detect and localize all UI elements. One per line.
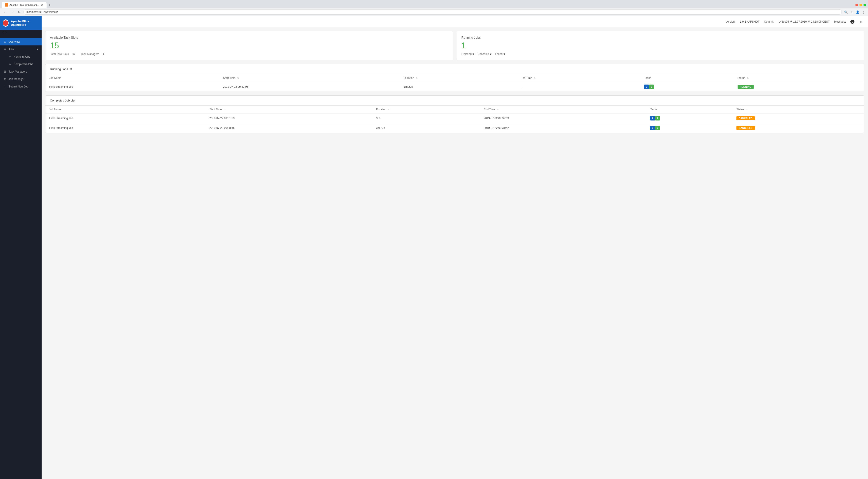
running-job-end-0: - xyxy=(517,82,641,92)
completed-task-badges-0: 2 2 xyxy=(650,116,729,120)
running-job-table-head: Job Name Start Time ⇅ Duration ⇅ xyxy=(45,74,864,82)
completed-job-duration-0: 35s xyxy=(373,114,480,123)
completed-col-status-label: Status xyxy=(737,108,744,111)
reload-button[interactable]: ↻ xyxy=(17,10,22,14)
sidebar: Apache Flink Dashboard ⊞ Overview ≡ Jobs… xyxy=(0,16,41,479)
new-tab-button[interactable]: + xyxy=(46,2,52,8)
sidebar-item-completed-jobs[interactable]: ○ Completed Jobs xyxy=(0,60,41,68)
completed-job-list-title: Completed Job List xyxy=(45,96,864,106)
completed-col-tasks-label: Tasks xyxy=(650,108,657,111)
browser-tab-active[interactable]: Apache Flink Web Dashb... ✕ xyxy=(2,2,46,8)
completed-end-sort-icon: ⇅ xyxy=(497,108,499,111)
completed-col-end-time-label: End Time xyxy=(484,108,495,111)
sidebar-nav: ⊞ Overview ≡ Jobs ▼ ○ Running Jobs ○ Com… xyxy=(0,36,41,479)
completed-col-duration[interactable]: Duration ⇅ xyxy=(373,106,480,114)
completed-start-sort-icon: ⇅ xyxy=(223,108,225,111)
toolbar-icons: 🔍 ☆ 👤 ⋮ xyxy=(844,10,866,14)
completed-job-row-0[interactable]: Flink Streaming Job 2019-07-22 09:31:33 … xyxy=(45,114,864,123)
canceled-label: Canceled xyxy=(477,53,489,56)
completed-col-tasks[interactable]: Tasks xyxy=(647,106,733,114)
account-icon[interactable]: 👤 xyxy=(855,10,860,14)
task-managers-icon: ⊞ xyxy=(3,70,7,73)
forward-button[interactable]: → xyxy=(9,10,15,14)
col-duration-label: Duration xyxy=(404,77,414,80)
version-value: 1.9-SNAPSHOT xyxy=(740,20,760,23)
completed-job-header-row: Job Name Start Time ⇅ Duration ⇅ xyxy=(45,106,864,114)
finished-label: Finished xyxy=(461,53,471,56)
col-tasks[interactable]: Tasks xyxy=(641,74,734,82)
address-bar[interactable] xyxy=(24,9,842,15)
col-start-time-label: Start Time xyxy=(223,77,236,80)
sidebar-title: Apache Flink Dashboard xyxy=(11,20,39,26)
running-task-badge-green-0: 2 xyxy=(649,85,654,89)
sidebar-menu-toggle[interactable] xyxy=(0,30,41,36)
completed-job-list-section: Completed Job List Job Name Start Time ⇅ xyxy=(45,95,864,133)
start-time-sort-icon: ⇅ xyxy=(237,77,239,79)
completed-status-sort-icon: ⇅ xyxy=(746,108,747,111)
completed-job-start-0: 2019-07-22 09:31:33 xyxy=(206,114,372,123)
completed-job-table-body: Flink Streaming Job 2019-07-22 09:31:33 … xyxy=(45,114,864,133)
app-menu-icon[interactable]: ⊞ xyxy=(859,20,864,24)
total-task-slots-label: Total Task Slots xyxy=(50,53,69,56)
flink-logo xyxy=(3,20,8,26)
completed-col-start-time[interactable]: Start Time ⇅ xyxy=(206,106,372,114)
traffic-lights xyxy=(855,4,866,6)
col-status[interactable]: Status ⇅ xyxy=(734,74,864,82)
sidebar-header: Apache Flink Dashboard xyxy=(0,16,41,30)
completed-job-status-1: CANCELED xyxy=(733,123,864,133)
sidebar-item-overview[interactable]: ⊞ Overview xyxy=(0,38,41,46)
running-task-badges-0: 2 2 xyxy=(644,85,730,89)
col-end-time[interactable]: End Time ⇅ xyxy=(517,74,641,82)
completed-col-status[interactable]: Status ⇅ xyxy=(733,106,864,114)
sidebar-item-job-manager-label: Job Manager xyxy=(8,78,24,81)
tab-title: Apache Flink Web Dashb... xyxy=(9,4,39,6)
sidebar-item-job-manager[interactable]: ⊕ Job Manager xyxy=(0,75,41,83)
running-job-tasks-0: 2 2 xyxy=(641,82,734,92)
status-sort-icon: ⇅ xyxy=(747,77,749,79)
col-duration[interactable]: Duration ⇅ xyxy=(400,74,517,82)
sidebar-item-submit-new-job[interactable]: ↓ Submit New Job xyxy=(0,83,41,90)
completed-task-badge-blue-1: 2 xyxy=(650,126,655,130)
canceled-stat: Canceled 2 xyxy=(477,53,491,56)
col-job-name[interactable]: Job Name xyxy=(45,74,219,82)
completed-job-table-head: Job Name Start Time ⇅ Duration ⇅ xyxy=(45,106,864,114)
message-label: Message: xyxy=(834,20,846,23)
completed-job-row-1[interactable]: Flink Streaming Job 2019-07-22 09:28:15 … xyxy=(45,123,864,133)
zoom-icon[interactable]: 🔍 xyxy=(844,10,848,14)
sidebar-item-task-managers[interactable]: ⊞ Task Managers xyxy=(0,68,41,75)
browser-tabs: Apache Flink Web Dashb... ✕ + xyxy=(0,0,868,8)
running-job-row-0[interactable]: Flink Streaming Job 2019-07-22 09:32:06 … xyxy=(45,82,864,92)
sidebar-logo xyxy=(3,20,8,27)
star-icon[interactable]: ☆ xyxy=(849,10,854,14)
browser-chrome: Apache Flink Web Dashb... ✕ + ← → ↻ 🔍 ☆ … xyxy=(0,0,868,16)
completed-col-start-time-label: Start Time xyxy=(209,108,222,111)
completed-status-badge-0: CANCELED xyxy=(737,116,755,120)
back-button[interactable]: ← xyxy=(2,10,8,14)
sidebar-item-running-jobs[interactable]: ○ Running Jobs xyxy=(0,53,41,60)
sidebar-item-jobs-label: Jobs xyxy=(8,48,14,51)
running-job-duration-0: 1m 22s xyxy=(400,82,517,92)
app-layout: Apache Flink Dashboard ⊞ Overview ≡ Jobs… xyxy=(0,16,868,479)
running-job-name-0: Flink Streaming Job xyxy=(45,82,219,92)
tab-favicon xyxy=(5,3,8,6)
jobs-icon: ≡ xyxy=(3,48,7,51)
traffic-light-red xyxy=(855,4,858,6)
completed-task-badge-green-1: 2 xyxy=(655,126,660,130)
commit-value: c43dc95 @ 18.07.2019 @ 14:18:05 CEST xyxy=(779,20,830,23)
message-badge[interactable]: 0 xyxy=(850,20,855,24)
completed-col-job-name[interactable]: Job Name xyxy=(45,106,206,114)
col-start-time[interactable]: Start Time ⇅ xyxy=(219,74,400,82)
completed-col-end-time[interactable]: End Time ⇅ xyxy=(480,106,647,114)
summary-cards: Available Task Slots 15 Total Task Slots… xyxy=(45,31,864,60)
completed-status-badge-1: CANCELED xyxy=(737,126,755,130)
completed-col-duration-label: Duration xyxy=(376,108,386,111)
running-task-badge-blue-0: 2 xyxy=(644,85,649,89)
available-task-slots-value: 15 xyxy=(50,41,448,50)
tab-close-button[interactable]: ✕ xyxy=(41,3,43,6)
running-jobs-card-title: Running Jobs xyxy=(461,36,860,39)
sidebar-item-jobs[interactable]: ≡ Jobs ▼ xyxy=(0,46,41,53)
menu-icon[interactable]: ⋮ xyxy=(861,10,866,14)
running-jobs-substats: Finished 0 Canceled 2 Failed 0 xyxy=(461,53,860,56)
running-jobs-icon: ○ xyxy=(8,55,12,58)
task-managers-label: Task Managers xyxy=(81,53,99,56)
